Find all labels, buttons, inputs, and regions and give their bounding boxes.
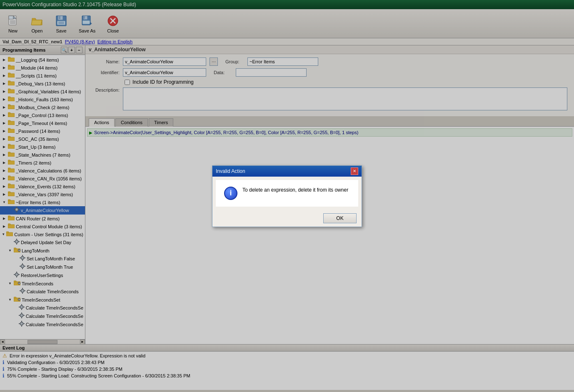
modal-body: i To delete an expression, delete it fro… [216, 180, 358, 207]
modal-info-icon: i [224, 187, 237, 200]
modal-title-bar: Invalid Action ✕ [212, 166, 362, 177]
modal-dialog: Invalid Action ✕ i To delete an expressi… [212, 165, 362, 227]
modal-title: Invalid Action [216, 168, 245, 174]
modal-ok-button[interactable]: OK [323, 213, 357, 223]
modal-message: To delete an expression, delete it from … [242, 187, 348, 194]
modal-overlay[interactable]: Invalid Action ✕ i To delete an expressi… [0, 0, 574, 390]
modal-footer: OK [212, 210, 362, 227]
modal-close-button[interactable]: ✕ [351, 167, 358, 175]
